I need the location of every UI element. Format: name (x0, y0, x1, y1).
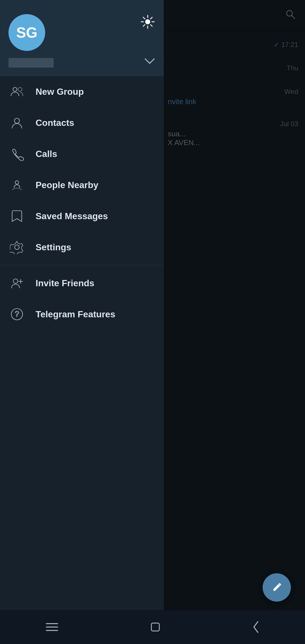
telegram-features-label: Telegram Features (36, 309, 115, 320)
menu-item-people-nearby[interactable]: People Nearby (0, 169, 164, 201)
svg-line-10 (143, 25, 145, 26)
svg-line-8 (151, 25, 152, 26)
menu-item-telegram-features[interactable]: ? Telegram Features (0, 299, 164, 330)
people-nearby-label: People Nearby (36, 180, 98, 190)
settings-label: Settings (36, 242, 71, 253)
people-nearby-icon (8, 176, 25, 193)
telegram-features-icon: ? (8, 306, 25, 323)
theme-toggle-button[interactable] (140, 14, 155, 31)
drawer-menu: New Group Contacts Calls (0, 76, 164, 644)
new-group-icon (8, 83, 25, 100)
contacts-label: Contacts (36, 118, 74, 128)
menu-item-new-group[interactable]: New Group (0, 76, 164, 107)
username-row (8, 58, 155, 68)
saved-messages-label: Saved Messages (36, 211, 108, 221)
nav-menu-button[interactable] (45, 621, 59, 633)
svg-point-14 (15, 181, 19, 184)
compose-button[interactable] (263, 573, 291, 602)
saved-messages-icon (8, 208, 25, 225)
drawer-header: SG (0, 0, 164, 76)
calls-icon (8, 145, 25, 162)
svg-point-16 (13, 279, 18, 283)
menu-item-contacts[interactable]: Contacts (0, 107, 164, 138)
nav-back-button[interactable] (252, 620, 260, 634)
account-chevron[interactable] (144, 56, 155, 68)
invite-friends-label: Invite Friends (36, 278, 94, 288)
invite-friends-icon (8, 275, 25, 292)
svg-rect-24 (151, 623, 159, 631)
svg-line-7 (143, 17, 145, 19)
pencil-icon (271, 581, 283, 594)
calls-label: Calls (36, 149, 57, 159)
bottom-navigation (0, 610, 305, 644)
menu-divider (0, 265, 164, 265)
svg-line-9 (151, 17, 152, 19)
username-blurred (8, 58, 54, 68)
svg-point-13 (14, 118, 19, 123)
contacts-icon (8, 114, 25, 131)
settings-icon (8, 239, 25, 256)
svg-text:?: ? (15, 309, 19, 318)
svg-point-11 (13, 87, 17, 91)
menu-item-saved-messages[interactable]: Saved Messages (0, 201, 164, 232)
svg-point-15 (15, 245, 19, 249)
nav-home-button[interactable] (149, 621, 162, 633)
menu-item-invite-friends[interactable]: Invite Friends (0, 268, 164, 299)
svg-point-2 (145, 19, 150, 24)
drawer-overlay[interactable] (161, 0, 305, 644)
side-drawer: SG New Group (0, 0, 164, 644)
menu-item-calls[interactable]: Calls (0, 138, 164, 169)
menu-item-settings[interactable]: Settings (0, 232, 164, 263)
sun-icon (140, 14, 155, 29)
new-group-label: New Group (36, 87, 84, 97)
avatar[interactable]: SG (8, 14, 45, 51)
header-icons (140, 14, 155, 31)
svg-point-12 (18, 87, 22, 91)
